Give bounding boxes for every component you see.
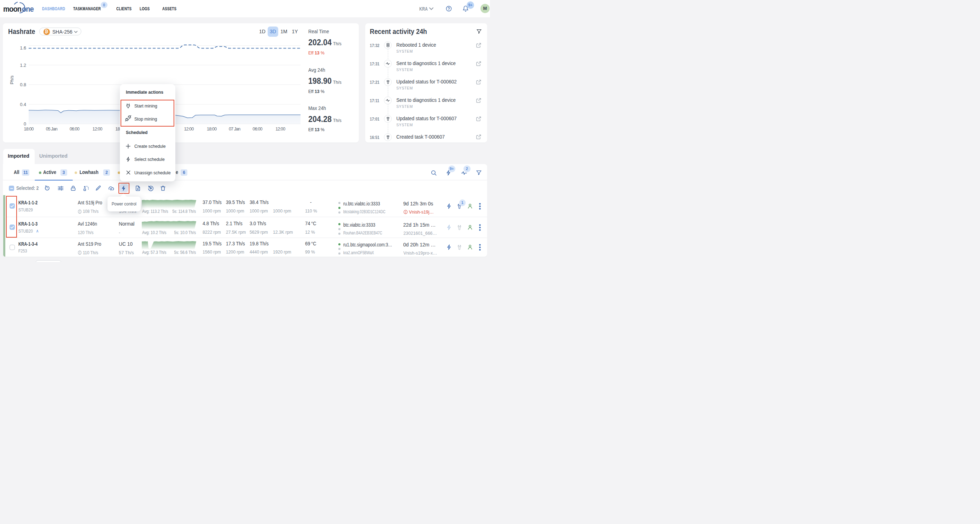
svg-text:1.6: 1.6: [20, 46, 26, 51]
svg-text:12:00: 12:00: [275, 127, 285, 132]
svg-text:0.4: 0.4: [20, 102, 26, 107]
svg-text:18:00: 18:00: [207, 127, 217, 132]
svg-text:0: 0: [24, 122, 26, 127]
svg-text:12:00: 12:00: [92, 127, 102, 132]
svg-text:Ph/s: Ph/s: [10, 75, 14, 84]
svg-text:18:00: 18:00: [24, 127, 34, 132]
svg-text:1.2: 1.2: [20, 63, 26, 68]
svg-text:06:00: 06:00: [253, 127, 262, 132]
svg-text:0.8: 0.8: [20, 82, 26, 88]
svg-text:one: one: [22, 5, 34, 13]
svg-text:12:00: 12:00: [184, 127, 194, 132]
svg-text:moon: moon: [3, 5, 21, 13]
svg-text:07 Jan: 07 Jan: [229, 127, 240, 132]
svg-text:06:00: 06:00: [70, 127, 80, 132]
svg-text:05 Jan: 05 Jan: [46, 127, 57, 132]
